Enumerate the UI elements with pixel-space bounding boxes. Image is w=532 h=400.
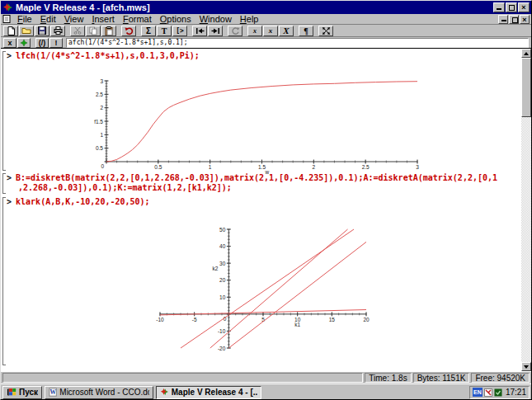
outdent-button[interactable]	[192, 26, 207, 36]
math-small-button[interactable]: x	[247, 26, 262, 36]
math-large-button[interactable]: X	[279, 26, 294, 36]
paste-button[interactable]	[101, 26, 116, 36]
copy-pages-icon	[89, 26, 97, 35]
maple-input-line[interactable]: >B:=diskretB(matrix(2,2,[0,1,2.268,-0.03…	[7, 173, 497, 183]
cut-scissors-icon	[73, 26, 82, 35]
indent-button[interactable]	[208, 26, 223, 36]
close-button[interactable]: ×	[518, 2, 530, 12]
svg-text:-10: -10	[156, 317, 164, 322]
print-button[interactable]	[50, 26, 65, 36]
start-button[interactable]: Пуск	[2, 386, 42, 399]
evaluate-button[interactable]: (/)	[35, 38, 49, 48]
title-bar[interactable]: Maple V Release 4 - [afch.mws] ×	[1, 1, 531, 14]
printer-icon	[54, 26, 63, 35]
text-mode-button[interactable]: T	[157, 26, 172, 36]
restore-icon	[512, 17, 518, 23]
svg-text:2: 2	[100, 105, 103, 111]
math-x-button[interactable]: x	[3, 38, 16, 48]
svg-text:40: 40	[219, 243, 226, 249]
scrollbar-thumb[interactable]	[521, 58, 531, 117]
fit-view-button[interactable]	[318, 26, 333, 36]
menu-bar: File Edit View Insert Format Options Win…	[1, 14, 531, 25]
restore-icon	[509, 5, 515, 11]
step-response-plot[interactable]: 0.511.522.530.511.522.530wf	[71, 70, 434, 174]
expression-input[interactable]	[66, 38, 529, 48]
cut-button[interactable]	[70, 26, 85, 36]
svg-text:-5: -5	[192, 317, 197, 322]
maple-input-line-wrap[interactable]: ,2.268,-0.03]),0.1);K:=matrix(1,2,[k1,k2…	[18, 183, 232, 193]
svg-text:k1: k1	[294, 322, 300, 327]
klark-lines-plot[interactable]: -10-55101520-20-1010203040500k1k2	[144, 213, 384, 363]
tray-red-icon[interactable]	[484, 388, 492, 397]
task-label: Microsoft Word - CCO.doc	[59, 388, 149, 397]
menu-format[interactable]: Format	[119, 14, 156, 24]
task-label: Maple V Release 4 - [...	[172, 388, 257, 397]
sum-mode-button[interactable]: Σ	[141, 26, 156, 36]
svg-text:2: 2	[313, 164, 316, 170]
task-maple[interactable]: Maple V Release 4 - [...	[156, 386, 261, 399]
open-folder-icon	[21, 26, 31, 35]
vertical-scrollbar[interactable]	[521, 49, 531, 371]
task-word[interactable]: W Microsoft Word - CCO.doc	[45, 386, 153, 399]
scroll-down-button[interactable]	[521, 362, 531, 371]
maple-leaf-button[interactable]	[17, 38, 31, 48]
context-bar: x (/) !	[1, 37, 531, 49]
execution-group-bracket	[2, 197, 6, 365]
arrow-up-icon	[524, 52, 529, 55]
maple-code: ,2.268,-0.03]),0.1);K:=matrix(1,2,[k1,k2…	[18, 183, 232, 193]
undo-arrow-icon	[125, 26, 134, 35]
toolbar-separator	[66, 26, 69, 36]
save-button[interactable]	[35, 26, 49, 36]
tray-green-icon[interactable]	[494, 388, 502, 397]
windows-flag-icon	[7, 388, 16, 397]
menu-insert[interactable]: Insert	[87, 14, 119, 24]
math-medium-button[interactable]: x	[263, 26, 278, 36]
execution-group-bracket	[2, 173, 6, 194]
svg-text:20: 20	[219, 277, 226, 283]
menu-window[interactable]: Window	[195, 14, 236, 24]
taskbar: Пуск W Microsoft Word - CCO.doc Maple V …	[1, 384, 531, 400]
menu-file[interactable]: File	[13, 14, 36, 24]
maple-window: Maple V Release 4 - [afch.mws] × File Ed…	[0, 0, 532, 400]
restore-button[interactable]	[506, 2, 517, 12]
refresh-button[interactable]	[228, 26, 242, 36]
new-document-icon	[7, 26, 15, 35]
maple-prompt-button[interactable]: [>	[172, 26, 187, 36]
svg-text:15: 15	[329, 317, 336, 322]
open-button[interactable]	[19, 26, 34, 36]
minimize-button[interactable]	[493, 2, 505, 12]
worksheet-area[interactable]: >lfch(1/(4*s^2-1.8*s+1),s,0.1,3,0,Pi); 0…	[1, 49, 531, 371]
svg-text:2.5: 2.5	[96, 92, 103, 97]
svg-text:10: 10	[219, 294, 226, 300]
mdi-minimize-button[interactable]	[498, 15, 508, 24]
toolbar-separator	[224, 26, 227, 36]
save-floppy-icon	[38, 26, 46, 35]
svg-text:2.5: 2.5	[362, 164, 370, 170]
svg-text:1: 1	[100, 132, 103, 138]
scroll-up-button[interactable]	[521, 49, 531, 58]
undo-button[interactable]	[121, 26, 136, 36]
language-indicator[interactable]: EN	[473, 388, 483, 397]
menu-edit[interactable]: Edit	[36, 14, 60, 24]
paragraph-marks-button[interactable]: ¶	[299, 26, 313, 36]
maple-leaf-icon	[160, 388, 169, 397]
toolbar-separator	[188, 26, 191, 36]
maple-prompt: >	[7, 51, 12, 61]
mdi-restore-button[interactable]	[509, 15, 519, 24]
execute-button[interactable]: !	[49, 38, 63, 48]
maple-input-line[interactable]: >klark(A,B,K,-10,20,-20,50);	[7, 197, 150, 207]
maple-prompt: >	[7, 173, 12, 183]
main-toolbar: Σ T [> x x X ¶	[1, 25, 531, 37]
menu-view[interactable]: View	[60, 14, 88, 24]
new-document-button[interactable]	[3, 26, 18, 36]
maple-input-line[interactable]: >lfch(1/(4*s^2-1.8*s+1),s,0.1,3,0,Pi);	[7, 51, 200, 61]
menu-help[interactable]: Help	[236, 14, 263, 24]
status-time: Time: 1.8s	[365, 373, 411, 383]
paste-clipboard-icon	[105, 26, 113, 35]
toolbar-separator	[243, 26, 247, 36]
menu-options[interactable]: Options	[156, 14, 195, 24]
copy-button[interactable]	[86, 26, 101, 36]
svg-text:1.5: 1.5	[96, 119, 103, 125]
svg-text:20: 20	[363, 317, 370, 322]
mdi-close-button[interactable]: ×	[520, 15, 530, 24]
